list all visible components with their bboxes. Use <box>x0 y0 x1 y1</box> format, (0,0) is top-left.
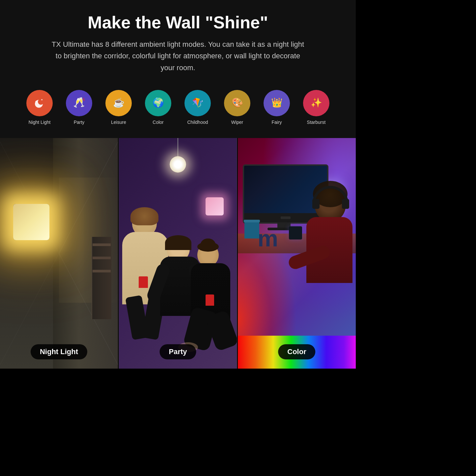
fairy-label: Fairy <box>271 120 282 125</box>
panel-color: m Color <box>238 138 356 369</box>
icon-item-night-light[interactable]: ★ ★ Night Light <box>25 90 54 125</box>
icon-item-color[interactable]: 🌍 Color <box>143 90 173 125</box>
color-label: Color <box>153 120 163 125</box>
color-panel-label: Color <box>278 344 315 359</box>
night-light-label: Night Light <box>29 120 51 125</box>
starburst-label: Starburst <box>307 120 326 125</box>
svg-text:☕: ☕ <box>113 97 125 108</box>
starburst-icon: ✨ <box>303 90 329 116</box>
svg-text:🥂: 🥂 <box>73 97 86 108</box>
party-label: Party <box>74 120 85 125</box>
icon-item-party[interactable]: 🥂 Party <box>64 90 94 125</box>
wiper-icon: 🎨 <box>224 90 250 116</box>
icon-item-fairy[interactable]: 👑 Fairy <box>262 90 292 125</box>
main-title: Make the Wall "Shine" <box>20 13 336 32</box>
panel-night-light: Night Light <box>0 138 118 369</box>
wiper-label: Wiper <box>231 120 243 125</box>
svg-text:🎨: 🎨 <box>232 97 243 108</box>
panel-party: Party <box>119 138 237 369</box>
images-section: Night Light <box>0 138 356 369</box>
color-scene: m <box>238 138 356 369</box>
icon-item-starburst[interactable]: ✨ Starburst <box>301 90 331 125</box>
childhood-label: Childhood <box>187 120 208 125</box>
color-icon: 🌍 <box>145 90 171 116</box>
party-scene <box>119 138 237 369</box>
svg-text:🪁: 🪁 <box>192 97 204 108</box>
icons-section: ★ ★ Night Light 🥂 Party ☕ Leisure 🌍 Colo… <box>0 80 356 138</box>
party-icon: 🥂 <box>66 90 92 116</box>
svg-text:★: ★ <box>35 100 38 103</box>
fairy-icon: 👑 <box>264 90 290 116</box>
subtitle: TX Ultimate has 8 different ambient ligh… <box>49 39 306 73</box>
party-panel-label: Party <box>159 344 196 359</box>
svg-text:🌍: 🌍 <box>153 97 164 108</box>
icon-item-wiper[interactable]: 🎨 Wiper <box>222 90 252 125</box>
childhood-icon: 🪁 <box>184 90 211 116</box>
icon-item-childhood[interactable]: 🪁 Childhood <box>183 90 212 125</box>
icon-item-leisure[interactable]: ☕ Leisure <box>104 90 133 125</box>
svg-text:★: ★ <box>41 98 43 101</box>
svg-text:✨: ✨ <box>311 97 322 108</box>
night-light-icon: ★ ★ <box>26 90 53 116</box>
night-light-scene <box>0 138 118 369</box>
header-section: Make the Wall "Shine" TX Ultimate has 8 … <box>0 0 356 80</box>
leisure-label: Leisure <box>111 120 126 125</box>
leisure-icon: ☕ <box>105 90 132 116</box>
night-light-panel-label: Night Light <box>31 344 87 359</box>
svg-text:👑: 👑 <box>271 97 283 108</box>
